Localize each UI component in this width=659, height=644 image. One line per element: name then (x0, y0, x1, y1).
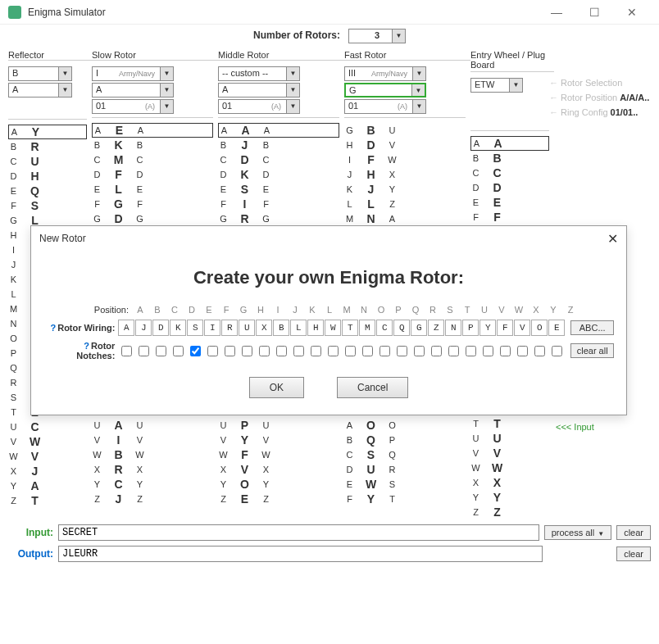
slow-rotor-pos-select[interactable]: A▼ (92, 83, 174, 98)
notch-checkbox[interactable] (307, 345, 324, 356)
notch-checkbox[interactable] (342, 345, 358, 356)
notch-checkbox[interactable] (325, 345, 341, 356)
wiring-cell[interactable]: Z (428, 320, 444, 336)
output-label: Output: (8, 548, 53, 560)
wiring-cell[interactable]: Y (479, 320, 496, 336)
notch-checkbox[interactable] (152, 345, 169, 356)
wiring-cell[interactable]: U (239, 320, 255, 336)
clear-input-button[interactable]: clear (616, 525, 651, 540)
notch-checkbox[interactable] (170, 345, 186, 356)
wiring-cell[interactable]: A (118, 320, 134, 336)
wiring-cell[interactable]: S (187, 320, 203, 336)
notch-checkbox[interactable] (118, 345, 134, 356)
wiring-row: V Y V (218, 433, 339, 447)
input-marker: <<< Input (556, 422, 594, 432)
slow-rotor-ring-select[interactable]: 01(A)▼ (92, 99, 174, 114)
wiring-row: L L Z (344, 197, 466, 211)
position-header-cell: M (339, 305, 355, 315)
position-header-cell: O (373, 305, 389, 315)
wiring-cell[interactable]: O (531, 320, 548, 336)
wiring-cell[interactable]: P (462, 320, 479, 336)
wiring-cell[interactable]: B (273, 320, 289, 336)
notch-checkbox[interactable] (514, 345, 530, 356)
abc-button[interactable]: ABC... (570, 320, 614, 335)
wiring-row: G D G (92, 211, 213, 226)
entry-wheel-select[interactable]: ETW▼ (470, 78, 523, 93)
process-all-button[interactable]: process all▼ (544, 525, 612, 540)
wiring-cell[interactable]: M (359, 320, 375, 336)
annot-rotor-position: ← Rotor Position A/A/A.. (549, 93, 659, 102)
minimize-button[interactable]: — (538, 0, 575, 25)
middle-rotor-pos-select[interactable]: A▼ (218, 83, 300, 98)
wiring-cell[interactable]: E (548, 320, 565, 336)
wiring-row: E L E (92, 182, 213, 197)
position-header-cell: U (476, 305, 493, 315)
wiring-cell[interactable]: D (152, 320, 169, 336)
maximize-button[interactable]: ☐ (575, 0, 613, 25)
middle-rotor-ring-select[interactable]: 01(A)▼ (218, 99, 300, 114)
notch-checkbox[interactable] (497, 345, 513, 356)
cancel-button[interactable]: Cancel (337, 377, 408, 398)
notch-checkbox[interactable] (445, 345, 461, 356)
notch-checkbox[interactable] (479, 345, 496, 356)
notch-checkbox[interactable] (221, 345, 238, 356)
wiring-cell[interactable]: I (204, 320, 220, 336)
clear-all-button[interactable]: clear all (570, 343, 614, 358)
wiring-cell[interactable]: H (307, 320, 324, 336)
notch-checkbox[interactable] (359, 345, 375, 356)
wiring-cell[interactable]: T (342, 320, 358, 336)
slow-rotor-type-select[interactable]: IArmy/Navy▼ (92, 66, 174, 81)
notch-checkbox[interactable] (393, 345, 410, 356)
wiring-row: F G F (92, 197, 213, 211)
wiring-row: C S Q (344, 447, 466, 462)
position-header-cell: J (287, 305, 303, 315)
notch-checkbox[interactable] (290, 345, 307, 356)
wiring-cell[interactable]: K (170, 320, 186, 336)
close-button[interactable]: ✕ (613, 0, 651, 25)
wiring-cell[interactable]: J (135, 320, 152, 336)
ok-button[interactable]: OK (249, 377, 304, 398)
wiring-cell[interactable]: R (221, 320, 238, 336)
wiring-cell[interactable]: C (376, 320, 393, 336)
wiring-cell[interactable]: F (497, 320, 513, 336)
reflector-pos-select[interactable]: A▼ (8, 83, 72, 98)
position-header-cell: A (132, 305, 148, 315)
notch-checkbox[interactable] (256, 345, 272, 356)
fast-rotor-ring-select[interactable]: 01(A)▼ (344, 99, 426, 114)
notch-checkbox[interactable] (462, 345, 479, 356)
dialog-close-button[interactable]: ✕ (607, 231, 618, 247)
notches-row-label: ?Rotor Notches: (43, 341, 118, 361)
wiring-cell[interactable]: N (445, 320, 461, 336)
notch-checkbox[interactable] (135, 345, 152, 356)
position-header-cell: C (166, 305, 183, 315)
position-header-cell: R (425, 305, 441, 315)
fast-rotor-type-select[interactable]: IIIArmy/Navy▼ (344, 66, 426, 81)
notch-checkbox[interactable] (204, 345, 220, 356)
notch-checkbox[interactable] (428, 345, 444, 356)
clear-output-button[interactable]: clear (616, 546, 651, 561)
wiring-cell[interactable]: Q (393, 320, 410, 336)
wiring-row: C U (8, 154, 87, 169)
notch-checkbox[interactable] (273, 345, 289, 356)
output-field[interactable] (58, 546, 543, 562)
wiring-cell[interactable]: W (325, 320, 341, 336)
wiring-row: Y A (8, 478, 87, 493)
notch-checkbox[interactable] (376, 345, 393, 356)
notch-checkbox[interactable] (531, 345, 548, 356)
wiring-cell[interactable]: X (256, 320, 272, 336)
wiring-cell[interactable]: G (411, 320, 427, 336)
notch-checkbox[interactable] (411, 345, 427, 356)
reflector-type-select[interactable]: B▼ (8, 66, 72, 81)
middle-rotor-type-select[interactable]: -- custom --▼ (218, 66, 300, 81)
wiring-row: B R (8, 139, 87, 154)
wiring-row: W B W (92, 447, 213, 462)
wiring-row: W W (470, 460, 549, 475)
notch-checkbox[interactable] (548, 345, 565, 356)
fast-rotor-pos-select[interactable]: G▼ (344, 83, 426, 98)
wiring-cell[interactable]: L (290, 320, 307, 336)
wiring-cell[interactable]: V (514, 320, 530, 336)
notch-checkbox[interactable] (239, 345, 255, 356)
num-rotors-select[interactable]: 3▼ (348, 29, 406, 43)
notch-checkbox[interactable] (187, 345, 203, 356)
input-field[interactable] (58, 524, 539, 541)
